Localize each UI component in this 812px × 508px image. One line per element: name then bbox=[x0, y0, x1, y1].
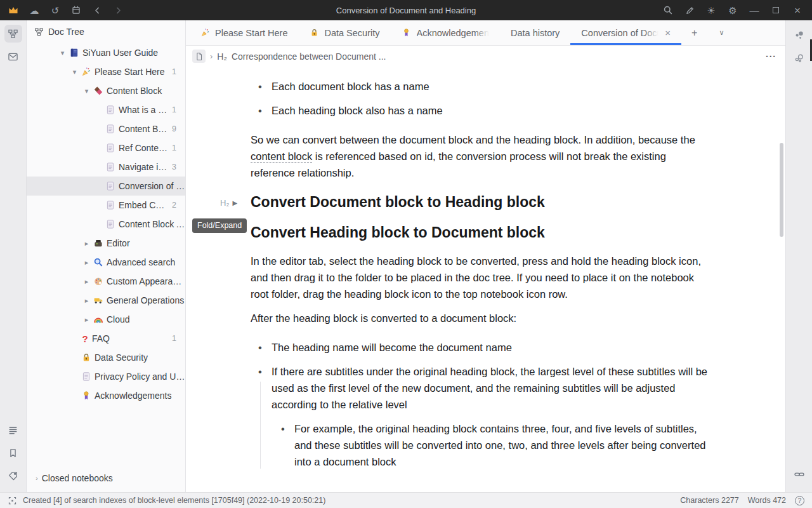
heading-gutter[interactable]: H₂ ▶ bbox=[220, 195, 237, 211]
tab-data-history[interactable]: Data history bbox=[500, 20, 570, 45]
tree-item-doc[interactable]: ▸ Advanced search bbox=[27, 253, 185, 272]
chevron-right-icon: › bbox=[36, 474, 38, 482]
chevron-down-icon[interactable]: ▾ bbox=[69, 68, 80, 76]
gutter-play-icon[interactable]: ▶ bbox=[232, 195, 237, 211]
heading-convert-doc-to-heading[interactable]: Convert Document block to Heading block bbox=[251, 192, 707, 211]
list-item[interactable]: •The heading name will become the docume… bbox=[251, 339, 707, 356]
tab-list-chevron-icon[interactable]: ∨ bbox=[707, 20, 735, 45]
new-tab-button[interactable]: + bbox=[681, 20, 707, 45]
help-icon[interactable]: ? bbox=[795, 496, 804, 505]
tree-item-doc[interactable]: Content Block A... bbox=[27, 215, 185, 234]
data-history-icon[interactable]: ↺ bbox=[49, 4, 61, 16]
document-icon bbox=[80, 371, 93, 382]
doc-tree-dock-icon[interactable] bbox=[4, 25, 22, 43]
bookmark-dock-icon[interactable] bbox=[4, 444, 22, 462]
doc-tree-list: ▾ SiYuan User Guide ▾ Please Start Here … bbox=[27, 43, 185, 467]
tree-item-doc-selected[interactable]: Conversion of D... bbox=[27, 177, 185, 196]
tab-bar: Please Start Here Data Security Acknowle… bbox=[186, 20, 785, 46]
tree-item-doc[interactable]: Content Blo... 9 bbox=[27, 119, 185, 138]
theme-brightness-icon[interactable]: ☀ bbox=[705, 4, 717, 16]
chevron-right-icon[interactable]: ▸ bbox=[81, 297, 92, 305]
chevron-right-icon: › bbox=[210, 51, 213, 61]
block-ref-link[interactable]: content block bbox=[251, 150, 312, 163]
lock-icon bbox=[80, 352, 93, 363]
document-icon bbox=[104, 105, 117, 115]
document-page-icon[interactable] bbox=[192, 50, 206, 63]
list-item[interactable]: •Each document block has a name bbox=[251, 78, 707, 95]
list-item[interactable]: •For example, the original heading block… bbox=[273, 420, 707, 470]
tree-item-doc[interactable]: ▸ Custom Appearance bbox=[27, 272, 185, 291]
list-item[interactable]: • If there are subtitles under the origi… bbox=[251, 363, 707, 470]
gutter-h2-label: H₂ bbox=[220, 195, 229, 211]
chevron-right-icon[interactable]: ▸ bbox=[81, 277, 92, 286]
content-scrollbar[interactable] bbox=[780, 143, 783, 237]
window-title: Conversion of Document and Heading bbox=[336, 6, 476, 15]
doc-tree-title: Doc Tree bbox=[48, 27, 84, 37]
tree-item-doc[interactable]: Ref Content... 1 bbox=[27, 138, 185, 157]
forward-icon[interactable] bbox=[112, 4, 124, 16]
doc-tree-header: Doc Tree bbox=[27, 20, 185, 43]
character-count: Characters 2277 bbox=[680, 496, 738, 505]
list-item[interactable]: •Each heading block also has a name bbox=[251, 102, 707, 119]
tree-item-doc[interactable]: ▸ Editor bbox=[27, 234, 185, 253]
document-icon bbox=[104, 200, 117, 210]
left-dock bbox=[0, 20, 27, 492]
paragraph[interactable]: So we can convert between the document b… bbox=[251, 131, 707, 181]
back-icon[interactable] bbox=[91, 4, 103, 16]
heading-convert-heading-to-doc[interactable]: Convert Heading block to Document block bbox=[251, 223, 707, 242]
tree-item-doc[interactable]: Navigate in ... 3 bbox=[27, 157, 185, 177]
editor-content[interactable]: •Each document block has a name •Each he… bbox=[186, 67, 785, 492]
notebook-icon bbox=[68, 48, 81, 58]
chevron-right-icon[interactable]: ▸ bbox=[81, 316, 92, 324]
tree-item-doc[interactable]: Acknowledgements bbox=[27, 386, 185, 405]
paragraph[interactable]: In the editor tab, select the heading bl… bbox=[251, 253, 707, 302]
settings-gear-icon[interactable]: ⚙ bbox=[727, 4, 738, 16]
doc-count-badge: 1 bbox=[168, 105, 185, 114]
global-graph-dock-icon[interactable] bbox=[790, 50, 808, 67]
selection-square-icon[interactable] bbox=[8, 496, 17, 505]
more-options-icon[interactable]: ··· bbox=[766, 51, 776, 62]
chevron-right-icon[interactable]: ▸ bbox=[81, 258, 92, 267]
outline-dock-icon[interactable] bbox=[4, 421, 22, 439]
tree-item-doc[interactable]: What is a C... 1 bbox=[27, 100, 185, 119]
workspace-crown-icon[interactable] bbox=[8, 4, 19, 16]
tab-close-icon[interactable]: × bbox=[665, 27, 671, 38]
daily-note-calendar-icon[interactable] bbox=[70, 4, 82, 16]
document-icon bbox=[104, 219, 117, 229]
lock-icon bbox=[309, 28, 319, 37]
chevron-right-icon[interactable]: ▸ bbox=[81, 239, 92, 248]
minimize-icon[interactable]: — bbox=[749, 4, 760, 16]
doc-count-badge: 1 bbox=[168, 67, 185, 76]
tree-item-doc[interactable]: Embed Con... 2 bbox=[27, 196, 185, 215]
magnifier-blue-icon bbox=[92, 257, 105, 267]
chevron-down-icon[interactable]: ▾ bbox=[81, 87, 92, 95]
tree-item-doc[interactable]: ▾ Please Start Here 1 bbox=[27, 62, 185, 81]
close-icon[interactable]: × bbox=[792, 4, 803, 16]
doc-count-badge: 9 bbox=[168, 124, 185, 133]
tag-dock-icon[interactable] bbox=[4, 467, 22, 485]
tree-item-doc[interactable]: ▸ General Operations bbox=[27, 291, 185, 310]
global-search-icon[interactable] bbox=[662, 4, 674, 16]
tab-acknowledgements[interactable]: Acknowledgemen bbox=[391, 20, 500, 45]
closed-notebooks-toggle[interactable]: › Closed notebooks bbox=[27, 467, 185, 492]
truck-icon bbox=[92, 295, 105, 305]
paragraph[interactable]: After the heading block is converted to … bbox=[251, 310, 707, 326]
sync-cloud-icon[interactable]: ☁ bbox=[29, 4, 40, 16]
backlinks-link-icon[interactable] bbox=[790, 465, 808, 483]
maximize-icon[interactable] bbox=[770, 4, 782, 16]
graph-dock-icon[interactable] bbox=[790, 27, 808, 44]
tree-item-doc[interactable]: ▸ Cloud bbox=[27, 310, 185, 329]
tab-data-security[interactable]: Data Security bbox=[298, 20, 390, 45]
tree-item-doc[interactable]: Privacy Policy and Us... bbox=[27, 367, 185, 386]
tab-conversion-active[interactable]: Conversion of Docum × bbox=[570, 20, 681, 45]
edit-mode-pencil-icon[interactable] bbox=[684, 4, 695, 16]
tree-item-doc[interactable]: ▾ Content Block bbox=[27, 81, 185, 100]
tree-item-notebook[interactable]: ▾ SiYuan User Guide bbox=[27, 43, 185, 62]
tree-item-doc[interactable]: ? FAQ 1 bbox=[27, 329, 185, 348]
tree-item-doc[interactable]: Data Security bbox=[27, 348, 185, 367]
bullet-list: •The heading name will become the docume… bbox=[251, 339, 707, 470]
breadcrumb-heading-text[interactable]: Correspondence between Document ... bbox=[232, 51, 386, 62]
tab-please-start-here[interactable]: Please Start Here bbox=[189, 20, 298, 45]
inbox-mail-icon[interactable] bbox=[4, 48, 22, 65]
chevron-down-icon[interactable]: ▾ bbox=[57, 49, 68, 57]
